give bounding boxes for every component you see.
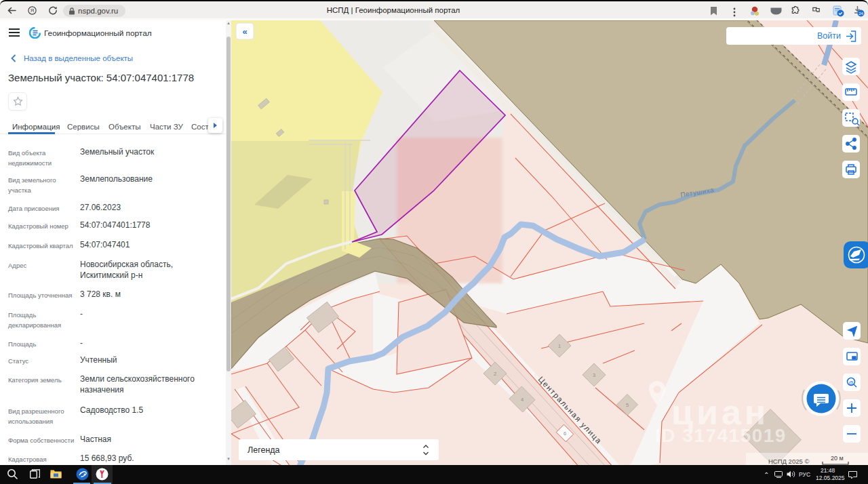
svg-text:6: 6 (564, 430, 566, 437)
svg-text:Войти: Войти (817, 31, 841, 41)
svg-text:Я: Я (31, 7, 34, 14)
svg-text:«: « (242, 26, 247, 37)
svg-text:ID 317415019: ID 317415019 (655, 425, 787, 446)
svg-text:3: 3 (593, 372, 595, 378)
svg-text:4: 4 (521, 397, 524, 403)
svg-text:НСПД 2025 ©: НСПД 2025 © (768, 458, 809, 465)
svg-text:@: @ (848, 380, 853, 385)
svg-text:5: 5 (626, 402, 629, 408)
svg-text:Легенда: Легенда (248, 445, 280, 455)
svg-text:20 м: 20 м (831, 455, 844, 462)
svg-text:1: 1 (558, 343, 561, 349)
svg-text:2: 2 (494, 371, 496, 377)
svg-text:24: 24 (859, 12, 863, 16)
